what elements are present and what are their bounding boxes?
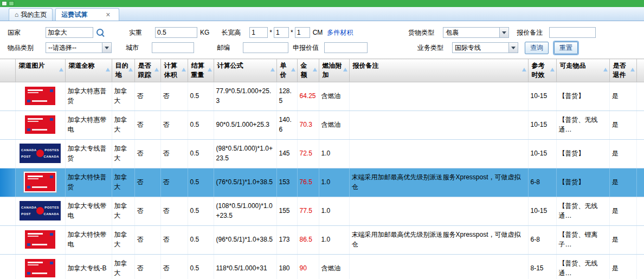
- window-title-strip: [0, 0, 644, 7]
- header-settlement-weight[interactable]: 结算重量: [188, 59, 214, 82]
- amount: 77.5: [297, 197, 319, 225]
- overflow-cell: [636, 254, 644, 279]
- channel-logo: CANADAPOSTESPOSTCANADA: [18, 142, 62, 165]
- overflow-cell: [636, 225, 644, 254]
- tracked: 否: [134, 168, 160, 197]
- header-tracked[interactable]: 是否跟踪: [134, 59, 160, 82]
- unit-price: 128.5: [276, 82, 297, 111]
- reset-button[interactable]: 重置: [554, 42, 578, 54]
- table-row[interactable]: 加拿大专线-B加拿大否否0.5118*0.5/1.000+3118090含燃油8…: [0, 254, 644, 279]
- tab-freight-label: 运费试算: [61, 10, 87, 20]
- table-row[interactable]: 加拿大特快带电加拿大否否0.5(96*0.5/1)*1.0+38.517386.…: [0, 225, 644, 254]
- dim-height-input[interactable]: [295, 27, 310, 38]
- table-row[interactable]: 加拿大特惠普货加拿大否否0.577.9*0.5/1.000+25.3128.56…: [0, 82, 644, 111]
- canada-post-red-logo: [25, 173, 55, 191]
- settlement-weight: 0.5: [188, 168, 214, 197]
- quote-remark-input[interactable]: [549, 27, 596, 38]
- sort-icon: [522, 68, 526, 72]
- unit-price: 173: [276, 225, 297, 254]
- item-category-label: 物品类别: [8, 43, 46, 53]
- business-type-select[interactable]: 国际专线: [452, 42, 518, 53]
- fuel-surcharge: 含燃油: [319, 111, 349, 139]
- formula: (96*0.5/1)*1.0+38.5: [214, 225, 276, 254]
- header-lead-time[interactable]: 参考时效: [528, 59, 556, 82]
- table-row[interactable]: 加拿大特惠带电加拿大否否0.590*0.5/1.000+25.3140.670.…: [0, 111, 644, 139]
- amount: 76.5: [297, 168, 319, 197]
- allowed-items: 【普货】: [556, 139, 609, 168]
- window-control-icon[interactable]: [9, 1, 14, 6]
- fuel-surcharge: 1.0: [319, 197, 349, 225]
- channel-logo: [23, 229, 57, 250]
- header-returnable[interactable]: 是否退件: [609, 59, 636, 82]
- channel-name: 加拿大特惠带电: [65, 111, 112, 139]
- header-amount[interactable]: 金额: [297, 59, 319, 82]
- channel-image-cell: [15, 168, 65, 197]
- cargo-type-select[interactable]: 包裹: [443, 27, 509, 38]
- quote-remark: [349, 197, 528, 225]
- tracked: 否: [134, 254, 160, 279]
- dim-length-input[interactable]: [249, 27, 268, 38]
- table-row[interactable]: CANADAPOSTESPOSTCANADA加拿大专线带电加拿大否否0.5(10…: [0, 197, 644, 225]
- logo-circle: [36, 150, 44, 157]
- sort-icon: [630, 68, 635, 72]
- tracked: 否: [134, 82, 160, 111]
- query-button[interactable]: 查询: [525, 42, 549, 54]
- lead-time: 10-15: [528, 197, 556, 225]
- unit-price: 155: [276, 197, 297, 225]
- close-icon[interactable]: ×: [106, 11, 110, 18]
- tracked: 否: [134, 139, 160, 168]
- city-label: 城市: [126, 43, 152, 53]
- dims-unit: CM: [313, 29, 323, 36]
- weight-label: 实重: [129, 28, 155, 37]
- sort-icon: [603, 68, 608, 72]
- channel-image-cell: CANADAPOSTESPOSTCANADA: [15, 197, 65, 225]
- header-channel-name[interactable]: 渠道全称: [65, 59, 112, 82]
- row-select-indicator: [0, 168, 15, 197]
- tab-home[interactable]: ⌂ 我的主页: [9, 8, 53, 21]
- quote-remark: 末端采用加邮最高优先级别派送服务Xpresspost，可做虚拟仓: [349, 168, 528, 197]
- header-formula[interactable]: 计算公式: [214, 59, 276, 82]
- dims-label: 长宽高: [221, 28, 249, 37]
- window-icon[interactable]: [2, 1, 7, 6]
- header-calc-volume[interactable]: 计算体积: [160, 59, 188, 82]
- calc-volume: 否: [160, 197, 188, 225]
- lead-time: 10-15: [528, 111, 556, 139]
- header-quote-remark[interactable]: 报价备注: [349, 59, 528, 82]
- returnable: 是: [609, 225, 636, 254]
- dim-width-input[interactable]: [274, 27, 289, 38]
- header-channel-image[interactable]: 渠道图片: [15, 59, 65, 82]
- sort-icon: [106, 68, 110, 72]
- returnable: 是: [609, 111, 636, 139]
- item-category-select[interactable]: --请选择--: [46, 42, 112, 53]
- header-allowed-items[interactable]: 可走物品: [556, 59, 609, 82]
- settlement-weight: 0.5: [188, 254, 214, 279]
- overflow-cell: [636, 111, 644, 139]
- table-row[interactable]: CANADAPOSTESPOSTCANADA加拿大专线普货加拿大否否0.5(98…: [0, 139, 644, 168]
- multi-piece-volume-link[interactable]: 多件材积: [327, 28, 353, 37]
- fuel-surcharge: 1.0: [319, 168, 349, 197]
- header-unit-price[interactable]: 单价: [276, 59, 297, 82]
- declared-value-input[interactable]: [324, 42, 368, 53]
- dims-separator: *: [291, 29, 293, 36]
- canada-post-red-logo: [25, 115, 55, 134]
- country-input[interactable]: [46, 27, 93, 38]
- table-row[interactable]: 加拿大特快普货加拿大否否0.5(76*0.5/1)*1.0+38.515376.…: [0, 168, 644, 197]
- tab-freight-calc[interactable]: 运费试算 ×: [55, 8, 119, 21]
- returnable: 是: [609, 254, 636, 279]
- overflow-cell: [636, 82, 644, 111]
- tab-bar: ⌂ 我的主页 运费试算 ×: [0, 7, 644, 21]
- city-input[interactable]: [152, 42, 194, 53]
- calc-volume: 否: [160, 168, 188, 197]
- row-select-indicator: [0, 139, 15, 168]
- header-fuel-surcharge[interactable]: 燃油附加: [319, 59, 349, 82]
- sort-icon: [313, 68, 317, 72]
- search-icon[interactable]: [96, 28, 105, 37]
- weight-input[interactable]: [155, 27, 197, 38]
- allowed-items: 【普货、无线通…: [556, 111, 609, 139]
- dims-separator: *: [269, 29, 272, 36]
- row-select-indicator: [0, 254, 15, 279]
- header-destination[interactable]: 目的地: [112, 59, 134, 82]
- fuel-surcharge: 含燃油: [319, 254, 349, 279]
- business-type-label: 业务类型: [417, 43, 452, 53]
- postcode-input[interactable]: [243, 42, 288, 53]
